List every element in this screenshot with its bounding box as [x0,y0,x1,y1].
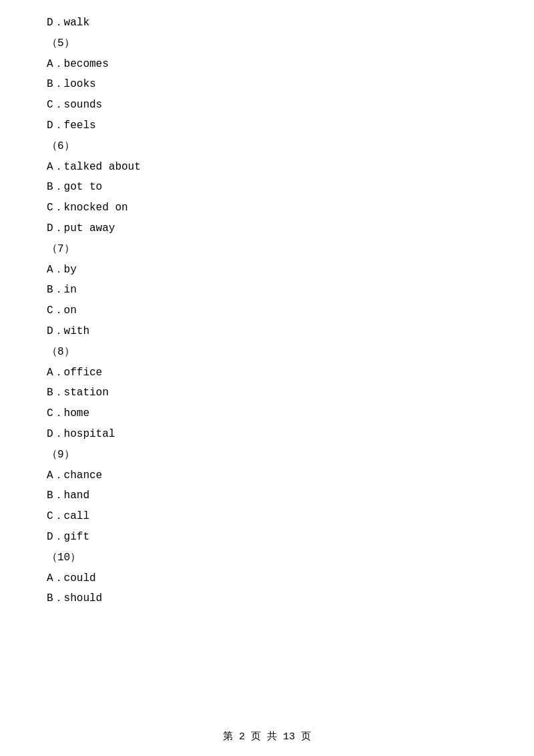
option-line: C．on [47,301,494,321]
option-line: D．hospital [47,425,494,444]
option-line: A．talked about [47,158,494,177]
option-line: B．hand [47,486,494,506]
option-line: D．put away [47,219,494,238]
section-number: （8） [47,343,494,362]
section-number: （7） [47,240,494,259]
option-line: B．station [47,383,494,403]
section-number: （10） [47,548,494,568]
option-line: A．could [47,569,494,588]
page-content: D．walk（5）A．becomesB．looksC．soundsD．feels… [0,0,534,650]
section-number: （5） [47,34,494,53]
option-line: D．gift [47,528,494,547]
option-line: A．by [47,260,494,280]
option-line: D．walk [47,13,494,33]
option-line: D．feels [47,116,494,136]
section-number: （9） [47,445,494,465]
option-line: B．looks [47,75,494,94]
page-footer: 第 2 页 共 13 页 [0,730,534,743]
option-line: C．call [47,507,494,526]
option-line: A．office [47,363,494,383]
option-line: A．chance [47,466,494,486]
section-number: （6） [47,137,494,156]
option-line: A．becomes [47,55,494,74]
option-line: B．got to [47,178,494,197]
option-line: C．sounds [47,96,494,115]
option-line: B．should [47,589,494,608]
option-line: C．knocked on [47,198,494,218]
option-line: C．home [47,404,494,423]
option-line: D．with [47,322,494,341]
option-line: B．in [47,280,494,300]
